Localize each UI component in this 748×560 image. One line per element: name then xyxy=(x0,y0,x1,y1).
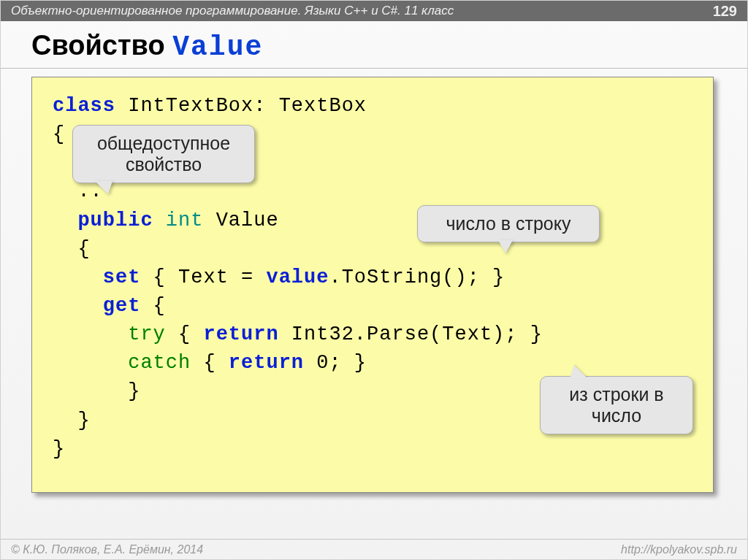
page-number: 129 xyxy=(713,1,737,21)
title-divider xyxy=(1,68,747,69)
footer-url: http://kpolyakov.spb.ru xyxy=(621,540,737,559)
title-keyword: Value xyxy=(172,31,263,63)
callout-num-to-str: число в строку xyxy=(417,205,600,242)
callout-tail xyxy=(570,365,587,378)
footer-bar: © К.Ю. Поляков, Е.А. Ерёмин, 2014 http:/… xyxy=(1,539,747,559)
title-text: Свойство xyxy=(31,30,172,61)
slide: Объектно-ориентированное программировани… xyxy=(0,0,748,560)
callout-tail xyxy=(95,181,112,194)
footer-copyright: © К.Ю. Поляков, Е.А. Ерёмин, 2014 xyxy=(11,540,203,559)
callout-public-property: общедоступное свойство xyxy=(72,125,255,183)
header-subject: Объектно-ориентированное программировани… xyxy=(11,1,454,21)
callout-tail xyxy=(498,240,513,253)
header-bar: Объектно-ориентированное программировани… xyxy=(1,1,747,21)
slide-title: Свойство Value xyxy=(31,30,263,63)
callout-str-to-num: из строки в число xyxy=(540,376,693,434)
